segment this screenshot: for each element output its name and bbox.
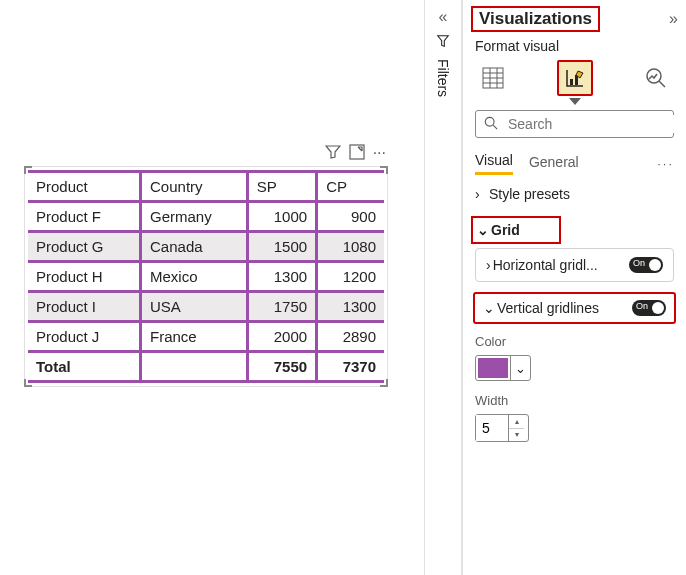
active-tab-indicator: [569, 98, 581, 105]
table-row: Product FGermany1000900: [28, 202, 384, 232]
column-header[interactable]: Product: [28, 172, 141, 202]
step-down-button[interactable]: ▾: [509, 429, 524, 442]
column-header[interactable]: CP: [317, 172, 384, 202]
resize-handle-tl[interactable]: [24, 166, 32, 174]
toggle-vertical-gridlines[interactable]: On: [632, 300, 666, 316]
table-cell: 2890: [317, 322, 384, 352]
svg-rect-7: [570, 79, 573, 85]
table-cell: Product I: [28, 292, 141, 322]
color-picker[interactable]: ⌄: [475, 355, 531, 381]
chevron-right-icon: ›: [486, 257, 491, 273]
section-grid[interactable]: ⌄ Grid: [475, 220, 557, 240]
column-header[interactable]: Country: [141, 172, 248, 202]
focus-icon[interactable]: [349, 144, 365, 164]
expand-icon[interactable]: »: [669, 10, 678, 28]
table-cell: 2000: [247, 322, 316, 352]
table-row: Product JFrance20002890: [28, 322, 384, 352]
width-label: Width: [471, 391, 678, 410]
collapse-icon[interactable]: «: [425, 0, 461, 26]
search-input[interactable]: [506, 115, 685, 133]
total-label: Total: [28, 352, 141, 382]
visualizations-pane: Visualizations » Format visual Visual Ge…: [462, 0, 686, 575]
section-label: Grid: [491, 222, 520, 238]
section-horizontal-gridlines[interactable]: › Horizontal gridl... On: [475, 248, 674, 282]
report-canvas: ··· ProductCountrySPCP Product FGermany1…: [0, 0, 420, 575]
chevron-right-icon: ›: [475, 186, 489, 202]
chevron-down-icon: ⌄: [477, 222, 491, 238]
section-label: Vertical gridlines: [497, 300, 599, 316]
section-label: Horizontal gridl...: [493, 257, 598, 273]
analytics-tab[interactable]: [638, 60, 674, 96]
table-cell: Product H: [28, 262, 141, 292]
section-style-presets[interactable]: › Style presets: [471, 176, 678, 212]
table-cell: France: [141, 322, 248, 352]
svg-point-9: [647, 69, 661, 83]
search-icon: [484, 116, 498, 133]
section-vertical-gridlines[interactable]: ⌄ Vertical gridlines On: [473, 292, 676, 324]
table-cell: 900: [317, 202, 384, 232]
filter-icon[interactable]: [325, 144, 341, 164]
format-visual-tab[interactable]: [557, 60, 593, 96]
table-row: Product HMexico13001200: [28, 262, 384, 292]
total-value: 7370: [317, 352, 384, 382]
table-cell: 1750: [247, 292, 316, 322]
svg-line-12: [493, 125, 497, 129]
toggle-horizontal-gridlines[interactable]: On: [629, 257, 663, 273]
table-cell: 1080: [317, 232, 384, 262]
filters-pane-label: Filters: [435, 59, 451, 97]
table-cell: Product J: [28, 322, 141, 352]
pane-title: Visualizations: [471, 6, 600, 32]
table-cell: 1500: [247, 232, 316, 262]
total-value: 7550: [247, 352, 316, 382]
chevron-down-icon: ⌄: [510, 356, 530, 380]
filters-pane-collapsed[interactable]: « Filters: [424, 0, 462, 575]
chevron-down-icon: ⌄: [483, 300, 495, 316]
data-table: ProductCountrySPCP Product FGermany10009…: [28, 170, 384, 383]
more-icon[interactable]: ···: [373, 144, 386, 164]
color-label: Color: [471, 332, 678, 351]
tab-visual[interactable]: Visual: [475, 152, 513, 175]
table-cell: 1300: [247, 262, 316, 292]
svg-line-10: [659, 81, 665, 87]
table-cell: Germany: [141, 202, 248, 232]
column-header[interactable]: SP: [247, 172, 316, 202]
format-visual-subtitle: Format visual: [471, 36, 678, 60]
resize-handle-br[interactable]: [380, 379, 388, 387]
visual-selection-frame[interactable]: ProductCountrySPCP Product FGermany10009…: [24, 166, 388, 387]
table-cell: 1200: [317, 262, 384, 292]
filter-icon: [425, 34, 461, 51]
table-row: Product IUSA17501300: [28, 292, 384, 322]
table-row: Product GCanada15001080: [28, 232, 384, 262]
resize-handle-bl[interactable]: [24, 379, 32, 387]
table-cell: Product G: [28, 232, 141, 262]
search-input-container[interactable]: [475, 110, 674, 138]
color-swatch: [478, 358, 508, 378]
width-stepper[interactable]: ▴ ▾: [475, 414, 529, 442]
more-options-icon[interactable]: ···: [657, 156, 674, 171]
table-cell: USA: [141, 292, 248, 322]
step-up-button[interactable]: ▴: [509, 415, 524, 429]
table-cell: 1000: [247, 202, 316, 232]
tab-general[interactable]: General: [529, 154, 579, 174]
width-input[interactable]: [476, 415, 508, 441]
table-cell: Canada: [141, 232, 248, 262]
build-visual-tab[interactable]: [475, 60, 511, 96]
svg-point-11: [485, 117, 494, 126]
total-row: Total75507370: [28, 352, 384, 382]
section-label: Style presets: [489, 186, 570, 202]
table-cell: Product F: [28, 202, 141, 232]
table-cell: Mexico: [141, 262, 248, 292]
table-cell: 1300: [317, 292, 384, 322]
resize-handle-tr[interactable]: [380, 166, 388, 174]
table-visual-container[interactable]: ··· ProductCountrySPCP Product FGermany1…: [24, 166, 388, 387]
